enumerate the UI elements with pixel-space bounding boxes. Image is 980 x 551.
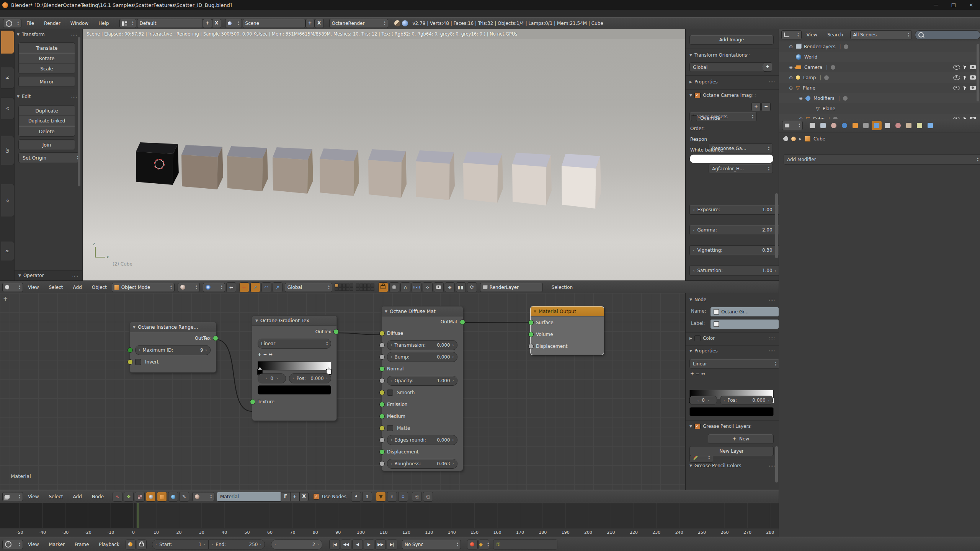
end-frame-field[interactable]: ‹End: 250›	[209, 540, 265, 549]
socket-input[interactable]	[528, 332, 534, 337]
duplicate-linked-button[interactable]: Duplicate Linked	[18, 116, 75, 126]
menu-file[interactable]: File	[21, 18, 39, 29]
layer-cell[interactable]	[367, 284, 371, 287]
renderability-camera-icon[interactable]	[970, 65, 976, 69]
editor-type-properties-icon[interactable]: ▴▾	[782, 121, 803, 130]
panel-grip-icon[interactable]: ::::	[72, 274, 78, 277]
outliner-row-plane-6[interactable]: ▽Plane	[779, 103, 980, 114]
outliner-display-select[interactable]: All Scenes▴▾	[850, 30, 912, 39]
panel-operator-header[interactable]: ▼ Operator ::::	[15, 270, 82, 280]
sidebar-scrollbar[interactable]	[775, 193, 778, 258]
record-button[interactable]	[467, 540, 478, 549]
timeline-menu-frame[interactable]: Frame	[70, 539, 94, 550]
expand-toggle[interactable]: ⊕	[789, 75, 796, 80]
properties-tab-render[interactable]	[807, 121, 817, 130]
imager-slider-exposure[interactable]: ‹Exposure:1.00›	[689, 205, 779, 215]
paste-node-icon[interactable]: ⎗	[423, 492, 433, 502]
minimize-button[interactable]: —	[927, 0, 945, 10]
autokey-button[interactable]: ◆▴▾	[479, 540, 489, 549]
layer-cell[interactable]	[363, 287, 367, 291]
socket-input[interactable]	[379, 342, 385, 348]
socket-texture[interactable]	[250, 399, 255, 404]
editor-type-outliner-icon[interactable]: ▴▾	[781, 30, 802, 39]
stop-color-swatch[interactable]	[258, 385, 331, 395]
timeline-track[interactable]	[0, 503, 779, 528]
outliner-row-renderlayers-0[interactable]: ⊕RenderLayers|	[779, 41, 980, 52]
view3d-menu-object[interactable]: Object	[87, 282, 112, 293]
properties-tab-particles[interactable]	[915, 121, 924, 130]
gp-new-button[interactable]: +New	[708, 434, 774, 444]
node-sidebar-scrollbar[interactable]	[775, 446, 778, 483]
socket-outtex[interactable]	[213, 336, 218, 341]
time-indicator-icon[interactable]	[126, 540, 136, 549]
layer-cell[interactable]	[371, 287, 374, 291]
compositing-tree-icon[interactable]: ❖	[124, 492, 134, 502]
node-menu-node[interactable]: Node	[87, 491, 109, 502]
layers-grid-1[interactable]	[335, 284, 353, 291]
texture-tree-icon[interactable]	[135, 492, 145, 502]
properties-tab-constraints[interactable]	[861, 121, 871, 130]
material-name-input[interactable]: Material	[217, 492, 281, 502]
fake-user-button[interactable]: F	[281, 492, 290, 501]
properties-tab-texture[interactable]	[904, 121, 914, 130]
node-material-output[interactable]: ▼Material Output SurfaceVolumeDisplaceme…	[530, 306, 604, 355]
slider-decrease-icon[interactable]: ‹	[693, 248, 694, 253]
layer-cell[interactable]	[367, 287, 371, 291]
selectability-pointer-icon[interactable]	[964, 116, 967, 119]
layer-cell[interactable]	[338, 287, 342, 291]
slider-decrease-icon[interactable]: ‹	[693, 268, 694, 273]
translate-button[interactable]: Translate	[18, 42, 75, 53]
snap-magnet-icon[interactable]: ∩	[387, 492, 397, 502]
layer-cell[interactable]	[335, 284, 338, 287]
socket-input[interactable]	[379, 402, 385, 407]
input-slider[interactable]: ‹Bump:0.000›	[387, 352, 457, 362]
white-balance-swatch[interactable]	[689, 154, 774, 163]
rotate-button[interactable]: Rotate	[18, 53, 75, 64]
panel-grip-icon[interactable]: ::::	[71, 33, 77, 36]
imager-slider-vignetting[interactable]: ‹Vignetting:0.30›	[689, 245, 779, 255]
duplicate-button[interactable]: Duplicate	[18, 105, 75, 116]
unlink-material-button[interactable]: X	[299, 492, 309, 501]
pin-icon[interactable]: 📌︎	[351, 492, 361, 502]
override-row[interactable]: Override	[691, 115, 720, 121]
panel-properties-collapsed[interactable]: ▶ Properties::::	[689, 79, 775, 85]
render-anim-icon[interactable]: 🞧	[445, 282, 455, 292]
material-slot-select[interactable]: ▴▾	[192, 492, 214, 501]
input-checkbox[interactable]	[387, 425, 393, 431]
node-menu-view[interactable]: View	[23, 491, 44, 502]
set-origin-button[interactable]: Set Origin ▴▾	[18, 152, 79, 163]
stop-index-stepper[interactable]: ‹0›	[258, 373, 286, 383]
delete-button[interactable]: Delete	[18, 126, 75, 137]
selectability-pointer-icon[interactable]	[964, 75, 967, 80]
add-modifier-select[interactable]: Add Modifier▴▾	[784, 154, 980, 165]
use-nodes-toggle[interactable]: ✓ Use Nodes	[313, 494, 346, 500]
keying-set-field[interactable]: ⚿	[493, 540, 557, 549]
node-octane-gradient-tex[interactable]: ▼Octane Gradient Tex OutTex Linear ▴▾ + …	[252, 315, 337, 421]
outliner-menu-view[interactable]: View	[802, 29, 822, 40]
play-button[interactable]: ▶	[364, 540, 374, 549]
material-shader-icon[interactable]	[146, 492, 156, 502]
socket-input[interactable]	[379, 414, 385, 419]
socket-input[interactable]	[379, 425, 385, 431]
properties-tab-data[interactable]	[882, 121, 892, 130]
add-scene-button[interactable]: +	[305, 19, 315, 28]
layer-cell[interactable]	[342, 287, 346, 291]
panel-color[interactable]: ▶ Color::::	[689, 335, 775, 341]
next-keyframe-button[interactable]: ▶▶	[375, 540, 386, 549]
orientation-select[interactable]: Global▴▾	[689, 62, 768, 72]
transform-orientation-select[interactable]: Global▴▾	[285, 283, 332, 292]
copy-node-icon[interactable]: ⎘	[412, 492, 422, 502]
manipulator-translate-icon[interactable]: ✛	[239, 282, 249, 292]
node-editor[interactable]: ▼Octane Instance Range... OutTex ‹ Maxim…	[0, 293, 779, 490]
gradient-stop-ops[interactable]: + − ↔	[252, 349, 336, 359]
slider-increase-icon[interactable]: ›	[775, 268, 776, 273]
mode-select[interactable]: Object Mode▴▾	[112, 283, 175, 292]
new-material-button[interactable]: +	[290, 492, 299, 501]
input-slider[interactable]: ‹Edges roundi:0.000›	[387, 435, 457, 445]
sync-select[interactable]: No Sync▴▾	[402, 540, 461, 549]
outliner-row-world-1[interactable]: World	[779, 52, 980, 62]
socket-input[interactable]	[379, 378, 385, 383]
layer-cell[interactable]	[346, 287, 350, 291]
socket-input[interactable]	[379, 331, 385, 336]
panel-grease-pencil-colors[interactable]: ▼Grease Pencil Colors::::	[689, 463, 775, 468]
